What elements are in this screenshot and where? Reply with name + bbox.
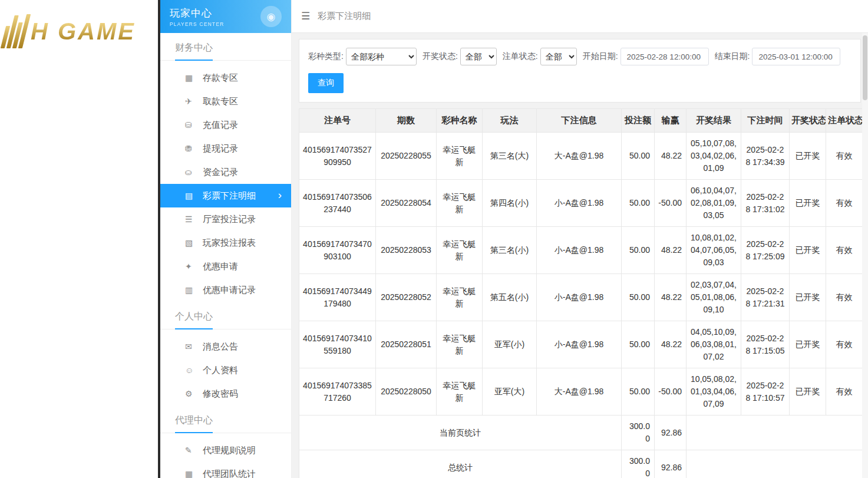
sidebar-item-promo-apply[interactable]: ✦优惠申请 bbox=[160, 255, 291, 278]
withdraw-icon: ✈ bbox=[185, 97, 203, 106]
table-cell: 幸运飞艇新 bbox=[437, 180, 483, 227]
deposit-icon: ▦ bbox=[185, 73, 203, 83]
table-cell: 有效 bbox=[826, 133, 863, 180]
table-cell: 大-A盘@1.98 bbox=[537, 133, 622, 180]
table-cell: 401569174073410559180 bbox=[299, 321, 376, 368]
table-cell: 2025-02-28 17:15:05 bbox=[741, 321, 790, 368]
sidebar-item-label: 厅室投注记录 bbox=[203, 214, 256, 225]
sidebar-item-label: 优惠申请 bbox=[203, 261, 238, 272]
grand-total-row: 总统计 300.00 92.86 bbox=[299, 450, 863, 478]
page-summary-bet: 300.00 bbox=[622, 416, 655, 450]
main-area: ☰ 彩票下注明细 彩种类型: 全部彩种 开奖状态: 全部 注单状态: 全部 bbox=[292, 0, 868, 478]
table-cell: 2025-02-28 17:25:09 bbox=[741, 227, 790, 274]
sidebar-item-lottery-bet-details[interactable]: ▤彩票下注明细› bbox=[160, 184, 291, 207]
game-controller-icon: ◉ bbox=[260, 6, 282, 27]
table-cell: 05,10,07,08,03,04,02,06,01,09 bbox=[687, 133, 741, 180]
gear-icon: ⚙ bbox=[185, 389, 203, 398]
column-header: 下注信息 bbox=[537, 109, 622, 133]
logo-emblem-icon bbox=[1, 14, 31, 48]
table-cell: -50.00 bbox=[655, 180, 687, 227]
column-header: 注单状态 bbox=[826, 109, 863, 133]
table-cell: 幸运飞艇新 bbox=[437, 368, 483, 416]
sidebar-item-agent-team-stats[interactable]: ▦代理团队统计 bbox=[160, 462, 291, 478]
table-cell: 幸运飞艇新 bbox=[437, 321, 483, 368]
sidebar-item-funds-records[interactable]: ⛀资金记录 bbox=[160, 160, 291, 184]
table-cell: 10,08,01,02,04,07,06,05,09,03 bbox=[687, 227, 741, 274]
table-cell: 401569174073506237440 bbox=[299, 180, 376, 227]
hamburger-icon[interactable]: ☰ bbox=[301, 10, 310, 22]
filter-row: 彩种类型: 全部彩种 开奖状态: 全部 注单状态: 全部 开始日期: 结束日期: bbox=[308, 48, 852, 65]
table-cell: 已开奖 bbox=[790, 274, 826, 321]
table-cell: 06,10,04,07,02,08,01,09,03,05 bbox=[687, 180, 741, 227]
start-date-input[interactable] bbox=[621, 48, 709, 65]
sidebar-nav: 财务中心▦存款专区✈取款专区⛁充值记录⛃提现记录⛀资金记录▤彩票下注明细›☰厅室… bbox=[160, 33, 291, 478]
table-cell: 第三名(大) bbox=[483, 133, 537, 180]
table-cell: 401569174073527909950 bbox=[299, 133, 376, 180]
end-date-input[interactable] bbox=[752, 48, 840, 65]
table-cell: 2025-02-28 17:10:57 bbox=[741, 368, 790, 416]
content: 彩种类型: 全部彩种 开奖状态: 全部 注单状态: 全部 开始日期: 结束日期: bbox=[292, 33, 868, 478]
table-cell: 401569174073449179480 bbox=[299, 274, 376, 321]
players-center-title: 玩家中心 bbox=[170, 6, 260, 20]
hall-record-icon: ☰ bbox=[185, 215, 203, 224]
table-cell: 50.00 bbox=[622, 274, 655, 321]
sidebar-item-label: 彩票下注明细 bbox=[203, 190, 256, 202]
sidebar-section-title-text: 代理中心 bbox=[175, 414, 213, 433]
table-cell: 亚军(大) bbox=[483, 368, 537, 416]
sidebar-section-title: 代理中心 bbox=[160, 406, 291, 433]
sidebar-item-recharge-records[interactable]: ⛁充值记录 bbox=[160, 113, 291, 137]
page-summary-empty bbox=[687, 416, 863, 450]
page-title: 彩票下注明细 bbox=[318, 11, 371, 22]
promo-record-icon: ▥ bbox=[185, 285, 203, 295]
table-cell: 第四名(小) bbox=[483, 180, 537, 227]
table-cell: 2025-02-28 17:34:39 bbox=[741, 133, 790, 180]
lottery-detail-icon: ▤ bbox=[185, 191, 203, 200]
scrollbar[interactable] bbox=[862, 33, 868, 478]
brand-area: H GAME bbox=[0, 0, 158, 478]
sidebar-item-change-password[interactable]: ⚙修改密码 bbox=[160, 382, 291, 406]
sidebar-item-hall-bet-records[interactable]: ☰厅室投注记录 bbox=[160, 207, 291, 231]
sidebar-item-label: 代理团队统计 bbox=[203, 469, 256, 478]
cashout-record-icon: ⛃ bbox=[185, 144, 203, 153]
sidebar-item-messages[interactable]: ✉消息公告 bbox=[160, 335, 291, 358]
sidebar-item-label: 提现记录 bbox=[203, 143, 238, 154]
recharge-record-icon: ⛁ bbox=[185, 120, 203, 130]
document-icon: ✎ bbox=[185, 446, 203, 455]
sidebar-item-cashout-records[interactable]: ⛃提现记录 bbox=[160, 137, 291, 160]
lottery-type-select[interactable]: 全部彩种 bbox=[346, 48, 417, 65]
scrollbar-thumb[interactable] bbox=[863, 35, 867, 100]
table-cell: -50.00 bbox=[655, 368, 687, 416]
sidebar-item-profile[interactable]: ☺个人资料 bbox=[160, 358, 291, 382]
grand-total-empty bbox=[687, 450, 863, 478]
table-cell: 有效 bbox=[826, 227, 863, 274]
table-row: 40156917407347090310020250228053幸运飞艇新第三名… bbox=[299, 227, 863, 274]
app-window: H GAME 玩家中心 PLAYERS CENTER ◉ 财务中心▦存款专区✈取… bbox=[0, 0, 868, 478]
table-cell: 小-A盘@1.98 bbox=[537, 227, 622, 274]
table-row: 40156917407344917948020250228052幸运飞艇新第五名… bbox=[299, 274, 863, 321]
table-row: 40156917407338571726020250228050幸运飞艇新亚军(… bbox=[299, 368, 863, 416]
column-header: 彩种名称 bbox=[437, 109, 483, 133]
promo-icon: ✦ bbox=[185, 262, 203, 271]
search-button[interactable]: 查询 bbox=[308, 73, 344, 93]
sidebar-item-deposit-zone[interactable]: ▦存款专区 bbox=[160, 66, 291, 90]
start-date-label: 开始日期: bbox=[583, 51, 618, 62]
table-cell: 已开奖 bbox=[790, 227, 826, 274]
user-icon: ☺ bbox=[185, 365, 203, 375]
column-header: 下注时间 bbox=[741, 109, 790, 133]
sidebar-item-player-bet-report[interactable]: ▧玩家投注报表 bbox=[160, 231, 291, 255]
table-cell: 20250228050 bbox=[376, 368, 437, 416]
order-status-label: 注单状态: bbox=[503, 51, 538, 62]
draw-status-label: 开奖状态: bbox=[423, 51, 458, 62]
table-cell: 48.22 bbox=[655, 133, 687, 180]
sidebar-item-promo-apply-records[interactable]: ▥优惠申请记录 bbox=[160, 278, 291, 302]
table-cell: 幸运飞艇新 bbox=[437, 227, 483, 274]
table-cell: 小-A盘@1.98 bbox=[537, 180, 622, 227]
report-icon: ▧ bbox=[185, 238, 203, 248]
order-status-select[interactable]: 全部 bbox=[540, 48, 577, 65]
sidebar-item-agent-rules[interactable]: ✎代理规则说明 bbox=[160, 439, 291, 462]
table-cell: 20250228053 bbox=[376, 227, 437, 274]
sidebar-item-withdraw-zone[interactable]: ✈取款专区 bbox=[160, 90, 291, 113]
column-header: 玩法 bbox=[483, 109, 537, 133]
draw-status-select[interactable]: 全部 bbox=[460, 48, 497, 65]
table-cell: 04,05,10,09,06,03,08,01,07,02 bbox=[687, 321, 741, 368]
